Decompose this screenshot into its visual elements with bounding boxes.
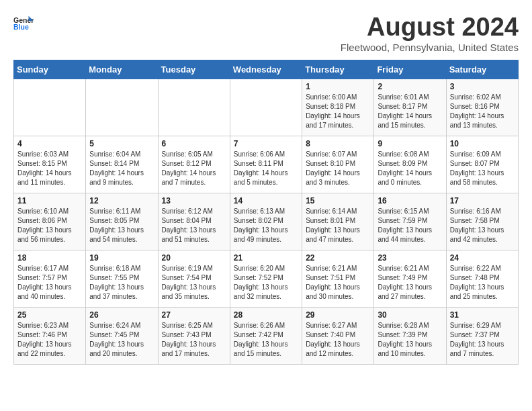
table-row: 1Sunrise: 6:00 AM Sunset: 8:18 PM Daylig… [302, 79, 374, 136]
table-row: 24Sunrise: 6:22 AM Sunset: 7:48 PM Dayli… [446, 250, 518, 307]
table-row: 25Sunrise: 6:23 AM Sunset: 7:46 PM Dayli… [14, 307, 86, 364]
table-row: 7Sunrise: 6:06 AM Sunset: 8:11 PM Daylig… [230, 136, 302, 193]
header: General Blue August 2024 Fleetwood, Penn… [13, 13, 519, 53]
weekday-header-row: Sunday Monday Tuesday Wednesday Thursday… [14, 60, 519, 79]
day-info: Sunrise: 6:02 AM Sunset: 8:16 PM Dayligh… [450, 93, 515, 130]
table-row: 14Sunrise: 6:13 AM Sunset: 8:02 PM Dayli… [230, 193, 302, 250]
logo: General Blue [13, 13, 34, 34]
table-row: 4Sunrise: 6:03 AM Sunset: 8:15 PM Daylig… [14, 136, 86, 193]
table-row: 30Sunrise: 6:28 AM Sunset: 7:39 PM Dayli… [374, 307, 446, 364]
day-number: 21 [234, 253, 298, 263]
day-info: Sunrise: 6:15 AM Sunset: 7:59 PM Dayligh… [378, 207, 442, 244]
day-number: 29 [306, 310, 370, 320]
table-row: 23Sunrise: 6:21 AM Sunset: 7:49 PM Dayli… [374, 250, 446, 307]
day-info: Sunrise: 6:29 AM Sunset: 7:37 PM Dayligh… [450, 321, 515, 359]
calendar-week-row: 4Sunrise: 6:03 AM Sunset: 8:15 PM Daylig… [14, 136, 519, 193]
day-info: Sunrise: 6:21 AM Sunset: 7:51 PM Dayligh… [306, 264, 370, 302]
header-thursday: Thursday [302, 60, 374, 79]
calendar-title: August 2024 [341, 13, 519, 42]
day-number: 14 [234, 196, 298, 205]
table-row: 21Sunrise: 6:20 AM Sunset: 7:52 PM Dayli… [230, 250, 302, 307]
table-row [158, 79, 230, 136]
calendar-week-row: 1Sunrise: 6:00 AM Sunset: 8:18 PM Daylig… [14, 79, 519, 136]
day-number: 8 [306, 139, 370, 148]
header-friday: Friday [374, 60, 446, 79]
table-row: 31Sunrise: 6:29 AM Sunset: 7:37 PM Dayli… [446, 307, 518, 364]
header-tuesday: Tuesday [158, 60, 230, 79]
day-number: 1 [306, 82, 370, 91]
day-info: Sunrise: 6:14 AM Sunset: 8:01 PM Dayligh… [306, 207, 370, 244]
day-number: 12 [89, 196, 154, 205]
logo-icon: General Blue [13, 13, 34, 34]
day-number: 20 [162, 253, 226, 263]
day-info: Sunrise: 6:19 AM Sunset: 7:54 PM Dayligh… [162, 264, 226, 302]
table-row: 28Sunrise: 6:26 AM Sunset: 7:42 PM Dayli… [230, 307, 302, 364]
day-number: 17 [450, 196, 515, 205]
day-info: Sunrise: 6:21 AM Sunset: 7:49 PM Dayligh… [378, 264, 442, 302]
calendar-week-row: 11Sunrise: 6:10 AM Sunset: 8:06 PM Dayli… [14, 193, 519, 250]
table-row: 8Sunrise: 6:07 AM Sunset: 8:10 PM Daylig… [302, 136, 374, 193]
table-row: 18Sunrise: 6:17 AM Sunset: 7:57 PM Dayli… [14, 250, 86, 307]
day-number: 26 [89, 310, 154, 320]
day-info: Sunrise: 6:24 AM Sunset: 7:45 PM Dayligh… [89, 321, 154, 359]
table-row: 9Sunrise: 6:08 AM Sunset: 8:09 PM Daylig… [374, 136, 446, 193]
day-number: 28 [234, 310, 298, 320]
table-row: 5Sunrise: 6:04 AM Sunset: 8:14 PM Daylig… [86, 136, 158, 193]
day-info: Sunrise: 6:16 AM Sunset: 7:58 PM Dayligh… [450, 207, 515, 244]
header-monday: Monday [86, 60, 158, 79]
day-number: 6 [162, 139, 226, 148]
day-info: Sunrise: 6:13 AM Sunset: 8:02 PM Dayligh… [234, 207, 298, 244]
day-info: Sunrise: 6:11 AM Sunset: 8:05 PM Dayligh… [89, 207, 154, 244]
table-row [86, 79, 158, 136]
day-number: 19 [89, 253, 154, 263]
day-number: 18 [17, 253, 82, 263]
day-number: 30 [378, 310, 442, 320]
table-row: 2Sunrise: 6:01 AM Sunset: 8:17 PM Daylig… [374, 79, 446, 136]
day-number: 24 [450, 253, 515, 263]
table-row: 12Sunrise: 6:11 AM Sunset: 8:05 PM Dayli… [86, 193, 158, 250]
day-number: 9 [378, 139, 442, 148]
header-sunday: Sunday [14, 60, 86, 79]
day-info: Sunrise: 6:27 AM Sunset: 7:40 PM Dayligh… [306, 321, 370, 359]
table-row: 20Sunrise: 6:19 AM Sunset: 7:54 PM Dayli… [158, 250, 230, 307]
day-info: Sunrise: 6:22 AM Sunset: 7:48 PM Dayligh… [450, 264, 515, 302]
day-number: 31 [450, 310, 515, 320]
day-number: 23 [378, 253, 442, 263]
day-number: 16 [378, 196, 442, 205]
day-info: Sunrise: 6:20 AM Sunset: 7:52 PM Dayligh… [234, 264, 298, 302]
day-info: Sunrise: 6:10 AM Sunset: 8:06 PM Dayligh… [17, 207, 82, 244]
day-number: 7 [234, 139, 298, 148]
table-row: 26Sunrise: 6:24 AM Sunset: 7:45 PM Dayli… [86, 307, 158, 364]
day-info: Sunrise: 6:12 AM Sunset: 8:04 PM Dayligh… [162, 207, 226, 244]
calendar-table: Sunday Monday Tuesday Wednesday Thursday… [13, 60, 519, 365]
day-info: Sunrise: 6:09 AM Sunset: 8:07 PM Dayligh… [450, 150, 515, 187]
table-row [230, 79, 302, 136]
day-number: 15 [306, 196, 370, 205]
table-row: 19Sunrise: 6:18 AM Sunset: 7:55 PM Dayli… [86, 250, 158, 307]
day-number: 5 [89, 139, 154, 148]
day-info: Sunrise: 6:06 AM Sunset: 8:11 PM Dayligh… [234, 150, 298, 187]
table-row: 27Sunrise: 6:25 AM Sunset: 7:43 PM Dayli… [158, 307, 230, 364]
day-info: Sunrise: 6:28 AM Sunset: 7:39 PM Dayligh… [378, 321, 442, 359]
day-info: Sunrise: 6:00 AM Sunset: 8:18 PM Dayligh… [306, 93, 370, 130]
day-number: 11 [17, 196, 82, 205]
day-number: 22 [306, 253, 370, 263]
day-number: 4 [17, 139, 82, 148]
table-row: 10Sunrise: 6:09 AM Sunset: 8:07 PM Dayli… [446, 136, 518, 193]
day-number: 2 [378, 82, 442, 91]
day-info: Sunrise: 6:07 AM Sunset: 8:10 PM Dayligh… [306, 150, 370, 187]
day-info: Sunrise: 6:05 AM Sunset: 8:12 PM Dayligh… [162, 150, 226, 187]
day-info: Sunrise: 6:01 AM Sunset: 8:17 PM Dayligh… [378, 93, 442, 130]
table-row: 15Sunrise: 6:14 AM Sunset: 8:01 PM Dayli… [302, 193, 374, 250]
day-info: Sunrise: 6:25 AM Sunset: 7:43 PM Dayligh… [162, 321, 226, 359]
day-number: 10 [450, 139, 515, 148]
day-info: Sunrise: 6:03 AM Sunset: 8:15 PM Dayligh… [17, 150, 82, 187]
day-info: Sunrise: 6:17 AM Sunset: 7:57 PM Dayligh… [17, 264, 82, 302]
header-saturday: Saturday [446, 60, 518, 79]
day-number: 25 [17, 310, 82, 320]
table-row [14, 79, 86, 136]
day-info: Sunrise: 6:08 AM Sunset: 8:09 PM Dayligh… [378, 150, 442, 187]
header-wednesday: Wednesday [230, 60, 302, 79]
table-row: 29Sunrise: 6:27 AM Sunset: 7:40 PM Dayli… [302, 307, 374, 364]
table-row: 6Sunrise: 6:05 AM Sunset: 8:12 PM Daylig… [158, 136, 230, 193]
